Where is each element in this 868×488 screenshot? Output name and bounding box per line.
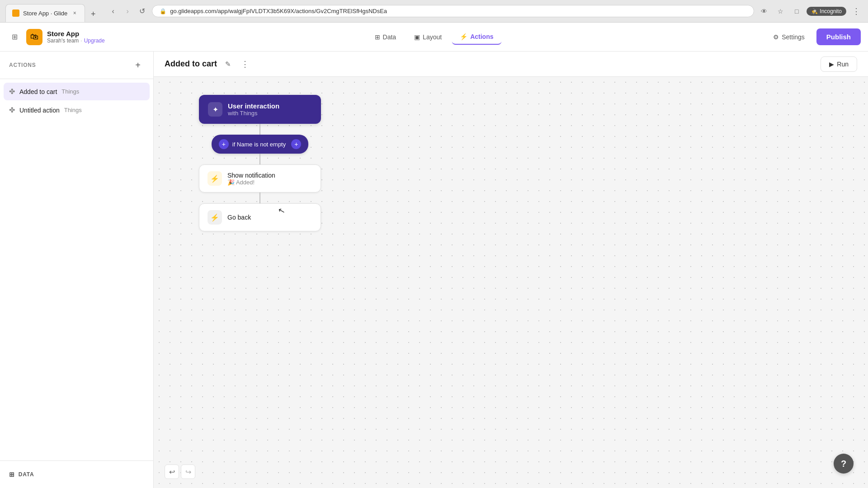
canvas-edit-button[interactable]: ✎ — [222, 58, 234, 70]
sidebar-item-untitled-action[interactable]: ✤ Untitled action Things — [4, 101, 150, 119]
sidebar-add-button[interactable]: + — [132, 59, 144, 71]
sidebar-header: ACTIONS + — [0, 52, 153, 79]
forward-button[interactable]: › — [121, 5, 134, 18]
connector-1 — [259, 124, 260, 135]
nav-layout[interactable]: ▣ Layout — [406, 30, 450, 44]
canvas-more-button[interactable]: ⋮ — [239, 58, 251, 70]
link-icon-2: ✤ — [9, 106, 15, 114]
canvas-title: Added to cart — [165, 59, 217, 69]
condition-node[interactable]: + if Name is not empty + — [212, 135, 309, 154]
nav-data[interactable]: ⊞ Data — [367, 30, 405, 44]
sidebar-bottom: ⊞ DATA — [0, 460, 153, 488]
browser-nav-controls: ‹ › ↺ — [107, 5, 148, 18]
condition-label: if Name is not empty — [232, 141, 286, 148]
go-back-node[interactable]: ⚡ Go back — [199, 203, 321, 231]
trigger-icon: ✦ — [208, 102, 222, 117]
show-notification-node[interactable]: ⚡ Show notification 🎉 Added! — [199, 164, 321, 192]
trigger-text: User interaction with Things — [228, 102, 279, 117]
flow-diagram: ✦ User interaction with Things + if Name… — [199, 95, 321, 231]
apps-grid-button[interactable]: ⊞ — [7, 30, 22, 44]
condition-add-button[interactable]: + — [291, 139, 301, 149]
item-name-untitled: Untitled action — [19, 107, 60, 114]
settings-label: Settings — [782, 33, 805, 41]
item-tag-untitled: Things — [64, 107, 82, 113]
link-icon: ✤ — [9, 87, 15, 96]
incognito-badge: 🕵 Incognito — [807, 7, 846, 16]
redo-button[interactable]: ↪ — [181, 465, 195, 479]
undo-redo-controls: ↩ ↪ — [165, 465, 195, 479]
layout-nav-icon: ▣ — [414, 33, 420, 41]
browser-tabs: Store App · Glide × + — [5, 0, 99, 22]
notification-icon: ⚡ — [208, 171, 222, 186]
connector-2 — [259, 154, 260, 164]
incognito-icon: 🕵 — [811, 8, 818, 14]
app-team-line: Sarah's team · Upgrade — [47, 38, 105, 44]
data-nav-icon: ⊞ — [375, 33, 380, 41]
notification-subtitle: 🎉 Added! — [227, 179, 275, 186]
incognito-label: Incognito — [820, 8, 842, 14]
sidebar: ACTIONS + ✤ Added to cart Things ✤ Untit… — [0, 52, 154, 488]
browser-chrome: Store App · Glide × + ‹ › ↺ 🔒 go.glideap… — [0, 0, 868, 23]
connector-3 — [259, 192, 260, 203]
notification-text: Show notification 🎉 Added! — [227, 172, 275, 186]
help-button[interactable]: ? — [834, 454, 854, 474]
app-info: Store App Sarah's team · Upgrade — [47, 30, 105, 44]
publish-button[interactable]: Publish — [816, 28, 861, 45]
undo-button[interactable]: ↩ — [165, 465, 179, 479]
actions-nav-icon: ⚡ — [460, 33, 467, 40]
item-name-added-to-cart: Added to cart — [19, 88, 57, 95]
go-back-title: Go back — [227, 214, 251, 221]
new-tab-button[interactable]: + — [87, 8, 99, 20]
canvas-area: Added to cart ✎ ⋮ ▶ Run ✦ User interacti… — [154, 52, 868, 488]
tab-favicon — [12, 9, 19, 17]
close-icon[interactable]: × — [71, 9, 78, 17]
plus-circle-icon: + — [219, 139, 229, 149]
trigger-title: User interaction — [228, 102, 279, 110]
nav-actions[interactable]: ⚡ Actions — [452, 29, 501, 45]
data-section-button[interactable]: ⊞ DATA — [4, 466, 150, 483]
lock-icon: 🔒 — [160, 8, 166, 14]
header-right: ⚙ Settings Publish — [767, 28, 861, 45]
tab-title: Store App · Glide — [23, 10, 67, 17]
back-button[interactable]: ‹ — [107, 5, 119, 18]
browser-right-actions: 👁 ☆ □ 🕵 Incognito ⋮ — [758, 5, 863, 18]
sidebar-item-added-to-cart[interactable]: ✤ Added to cart Things — [4, 83, 150, 100]
separator: · — [80, 38, 82, 44]
run-button[interactable]: ▶ Run — [821, 56, 857, 72]
header-nav: ⊞ Data ▣ Layout ⚡ Actions — [367, 29, 502, 45]
sidebar-title: ACTIONS — [9, 62, 36, 68]
go-back-icon: ⚡ — [208, 210, 222, 225]
settings-icon: ⚙ — [773, 33, 779, 41]
canvas-topbar: Added to cart ✎ ⋮ ▶ Run — [154, 52, 868, 77]
trigger-subtitle: with Things — [228, 110, 279, 117]
trigger-node[interactable]: ✦ User interaction with Things — [199, 95, 321, 124]
address-bar[interactable]: 🔒 go.glideapps.com/app/walgjFpIVLDTX3b5K… — [152, 5, 754, 17]
bookmark-icon[interactable]: ☆ — [774, 5, 787, 18]
settings-button[interactable]: ⚙ Settings — [767, 30, 811, 44]
run-label: Run — [837, 61, 849, 68]
refresh-button[interactable]: ↺ — [136, 5, 148, 18]
main-layout: ACTIONS + ✤ Added to cart Things ✤ Untit… — [0, 52, 868, 488]
nav-layout-label: Layout — [423, 33, 442, 41]
active-tab[interactable]: Store App · Glide × — [5, 4, 85, 22]
team-name: Sarah's team — [47, 38, 79, 44]
data-section-label: DATA — [19, 471, 34, 478]
upgrade-link[interactable]: Upgrade — [84, 38, 105, 44]
extension-icon[interactable]: 👁 — [758, 5, 770, 18]
notification-title: Show notification — [227, 172, 275, 179]
canvas-content-area: ✦ User interaction with Things + if Name… — [154, 77, 868, 488]
run-icon: ▶ — [829, 61, 834, 68]
app-header: ⊞ 🛍 Store App Sarah's team · Upgrade ⊞ D… — [0, 23, 868, 52]
item-tag-added-to-cart: Things — [61, 88, 79, 95]
app-logo: 🛍 — [26, 29, 42, 45]
sidebar-items-list: ✤ Added to cart Things ✤ Untitled action… — [0, 79, 153, 460]
url-text: go.glideapps.com/app/walgjFpIVLDTX3b5K69… — [170, 8, 387, 14]
app-name: Store App — [47, 30, 105, 38]
go-back-text: Go back — [227, 214, 251, 221]
data-section-icon: ⊞ — [9, 471, 15, 478]
nav-data-label: Data — [383, 33, 396, 41]
browser-more-button[interactable]: ⋮ — [850, 5, 863, 18]
profile-icon[interactable]: □ — [790, 5, 803, 18]
nav-actions-label: Actions — [470, 33, 493, 40]
